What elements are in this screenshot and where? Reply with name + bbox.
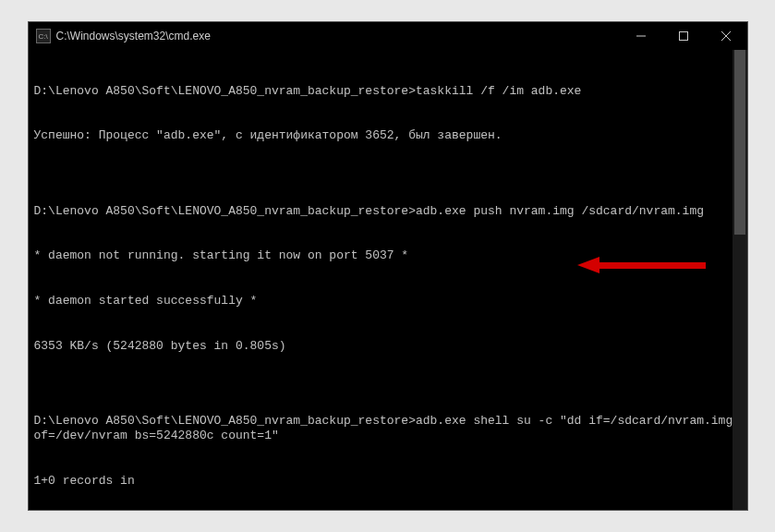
terminal-line: * daemon started successfully *	[34, 294, 742, 308]
titlebar[interactable]: C:\ C:\Windows\system32\cmd.exe	[29, 22, 747, 50]
window-title: C:\Windows\system32\cmd.exe	[56, 30, 620, 42]
terminal-output[interactable]: D:\Lenovo A850\Soft\LENOVO_A850_nvram_ba…	[29, 50, 747, 510]
arrow-left-icon	[577, 257, 599, 273]
terminal-line: D:\Lenovo A850\Soft\LENOVO_A850_nvram_ba…	[34, 84, 742, 99]
svg-rect-1	[679, 32, 687, 41]
terminal-line: 6353 KB/s (5242880 bytes in 0.805s)	[34, 339, 742, 354]
terminal-line: Успешно: Процесс "adb.exe", с идентифика…	[34, 128, 742, 143]
annotation-arrow	[577, 257, 706, 273]
vertical-scrollbar[interactable]	[733, 50, 747, 510]
terminal-line: D:\Lenovo A850\Soft\LENOVO_A850_nvram_ba…	[34, 204, 742, 219]
scroll-thumb[interactable]	[734, 50, 745, 235]
terminal-line: D:\Lenovo A850\Soft\LENOVO_A850_nvram_ba…	[34, 414, 742, 444]
terminal-line: 1+0 records in	[34, 474, 742, 489]
minimize-button[interactable]	[620, 22, 662, 50]
minimize-icon	[636, 31, 646, 41]
window-controls	[620, 22, 747, 50]
cmd-icon: C:\	[36, 29, 51, 43]
close-button[interactable]	[705, 22, 747, 50]
maximize-icon	[679, 31, 688, 41]
close-icon	[721, 31, 731, 41]
maximize-button[interactable]	[662, 22, 705, 50]
arrow-shaft	[599, 262, 706, 269]
